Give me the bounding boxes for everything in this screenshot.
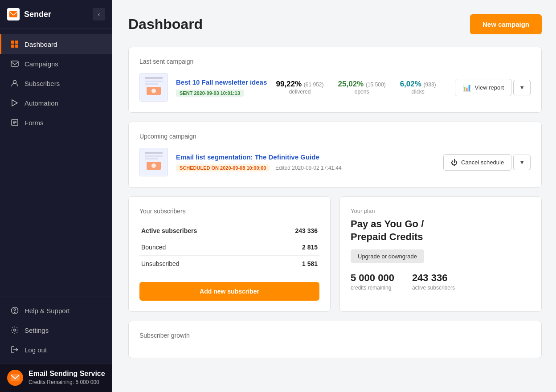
svg-rect-0 [9, 11, 17, 17]
svg-rect-1 [11, 41, 14, 44]
sidebar-item-dashboard-label: Dashboard [25, 41, 57, 48]
your-plan-label: Your plan [351, 208, 531, 214]
upcoming-actions: ⏻ Cancel schedule ▼ [443, 154, 531, 171]
svg-rect-5 [11, 61, 18, 66]
subscriber-growth-title: Subscriber growth [139, 332, 531, 339]
sender-logo-icon [7, 8, 20, 20]
sidebar-item-subscribers-label: Subscribers [25, 80, 60, 87]
stat-clicks: 6,02% (933) clicks [400, 80, 436, 95]
upcoming-meta: SCHEDULED ON 2020-09-08 10:00:00 Edited … [176, 163, 435, 172]
svg-point-28 [151, 163, 156, 168]
upgrade-downgrade-button[interactable]: Upgrade or downgrade [351, 249, 424, 263]
collapse-sidebar-button[interactable]: ‹ [93, 8, 105, 20]
sidebar-header: Sender ‹ [0, 0, 112, 29]
last-sent-badge: SENT 2020-09-03 10:01:13 [176, 90, 244, 97]
last-sent-actions: 📊 View report ▼ [455, 79, 531, 96]
subscribers-card: Your subscribers Active subscribers 243 … [128, 196, 331, 312]
sidebar-item-campaigns[interactable]: Campaigns [0, 54, 112, 74]
opens-pct: 25,02% (15 500) [338, 80, 386, 89]
plan-active-subscribers-value: 243 336 [412, 272, 455, 284]
last-sent-campaign-row: Best 10 Fall newsletter ideas SENT 2020-… [139, 73, 531, 102]
upcoming-campaign-name: Email list segmentation: The Definitive … [176, 153, 435, 161]
new-campaign-button[interactable]: New campaign [470, 14, 542, 34]
svg-rect-2 [15, 41, 18, 44]
credits-stat: 5 000 000 credits remaining [351, 272, 394, 291]
active-subscribers-value: 243 336 [265, 223, 319, 239]
last-sent-stats: 99,22% (61 952) delivered 25,02% (15 500… [276, 80, 446, 95]
active-subscribers-label: Active subscribers [139, 223, 265, 239]
cancel-schedule-button[interactable]: ⏻ Cancel schedule [443, 154, 511, 171]
scheduled-badge: SCHEDULED ON 2020-09-08 10:00:00 [176, 164, 270, 172]
help-icon [10, 306, 19, 315]
subscribers-section-title: Your subscribers [139, 208, 319, 215]
sidebar-item-dashboard[interactable]: Dashboard [0, 34, 112, 54]
svg-point-22 [151, 89, 156, 93]
sidebar-item-help-label: Help & Support [25, 307, 70, 314]
dashboard-icon [10, 40, 19, 49]
add-subscriber-button[interactable]: Add new subscriber [139, 282, 319, 301]
upcoming-title: Upcoming campaign [139, 133, 531, 140]
main-content: Dashboard New campaign Last sent campaig… [112, 0, 556, 392]
stat-opens: 25,02% (15 500) opens [338, 80, 386, 95]
svg-point-14 [14, 329, 16, 331]
credits-remaining-value: 5 000 000 [351, 272, 394, 284]
bar-chart-icon: 📊 [462, 83, 471, 92]
last-sent-campaign-info: Best 10 Fall newsletter ideas SENT 2020-… [176, 78, 268, 97]
upcoming-thumb [139, 148, 168, 176]
automation-icon [10, 98, 19, 107]
svg-marker-7 [12, 100, 17, 106]
upcoming-dropdown-button[interactable]: ▼ [513, 155, 531, 170]
opens-label: opens [338, 89, 386, 95]
page-title: Dashboard [128, 16, 203, 33]
upcoming-campaign-card: Upcoming campaign Email list segmentatio… [128, 122, 542, 188]
sidebar-item-help[interactable]: Help & Support [0, 301, 112, 320]
logout-icon [10, 345, 19, 354]
clicks-count: (933) [424, 82, 436, 88]
nav-items: Dashboard Campaigns Subscribers Automati… [0, 29, 112, 297]
sidebar-item-logout[interactable]: Log out [0, 340, 112, 359]
svg-rect-16 [11, 374, 20, 381]
sidebar-item-forms[interactable]: Forms [0, 113, 112, 132]
svg-rect-4 [15, 45, 18, 48]
svg-rect-20 [145, 83, 158, 85]
plan-active-subscribers-label: active subscribers [412, 285, 455, 291]
subscribers-icon [10, 79, 19, 88]
svg-point-13 [14, 312, 15, 313]
footer-service-name: Email Sending Service [29, 370, 105, 377]
clicks-label: clicks [400, 89, 436, 95]
sidebar-item-automation-label: Automation [25, 99, 58, 107]
table-row: Bounced 2 815 [139, 239, 319, 256]
svg-rect-19 [145, 81, 163, 82]
footer-logo [7, 370, 23, 386]
campaigns-icon [10, 59, 19, 68]
upcoming-campaign-info: Email list segmentation: The Definitive … [176, 153, 435, 172]
unsubscribed-value: 1 581 [265, 256, 319, 272]
table-row: Unsubscribed 1 581 [139, 256, 319, 272]
view-report-button[interactable]: 📊 View report [455, 79, 512, 96]
delivered-count: (61 952) [304, 82, 324, 88]
last-sent-thumb [139, 73, 168, 102]
svg-rect-26 [145, 158, 158, 159]
app-name: Sender [24, 10, 51, 19]
subscribers-table: Active subscribers 243 336 Bounced 2 815… [139, 223, 319, 272]
page-header: Dashboard New campaign [128, 14, 542, 34]
sidebar-logo: Sender [7, 8, 51, 20]
svg-rect-25 [145, 155, 163, 157]
table-row: Active subscribers 243 336 [139, 223, 319, 239]
edited-text: Edited 2020-09-02 17:41:44 [275, 165, 342, 171]
sidebar-bottom: Help & Support Settings Log out [0, 297, 112, 363]
sidebar-item-logout-label: Log out [25, 346, 47, 354]
sidebar-item-subscribers[interactable]: Subscribers [0, 74, 112, 93]
subscriber-growth-card: Subscriber growth [128, 321, 542, 358]
plan-card: Your plan Pay as You Go /Prepaid Credits… [339, 196, 542, 312]
bounced-label: Bounced [139, 239, 265, 256]
last-sent-dropdown-button[interactable]: ▼ [513, 80, 531, 95]
footer-credits: Credits Remaining: 5 000 000 [29, 379, 99, 385]
bottom-grid: Your subscribers Active subscribers 243 … [128, 196, 542, 321]
sidebar-item-forms-label: Forms [25, 119, 44, 127]
delivered-pct: 99,22% (61 952) [276, 80, 323, 89]
svg-rect-24 [145, 152, 163, 154]
sidebar-item-settings[interactable]: Settings [0, 320, 112, 340]
plan-name: Pay as You Go /Prepaid Credits [351, 218, 531, 243]
sidebar-item-automation[interactable]: Automation [0, 93, 112, 113]
